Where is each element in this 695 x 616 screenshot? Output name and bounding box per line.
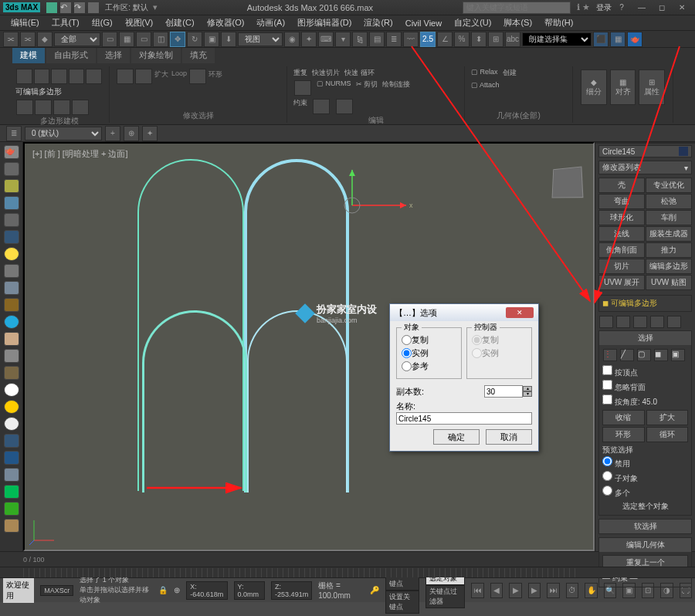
display-tab-icon[interactable] — [662, 142, 679, 144]
menu-customize[interactable]: 自定义(U) — [448, 17, 497, 29]
move-gizmo[interactable]: x — [321, 167, 414, 228]
named-selection-set[interactable]: 朗建选择集 — [522, 32, 592, 46]
track-bar[interactable] — [0, 567, 695, 577]
material-editor-button[interactable]: abc — [505, 32, 520, 47]
keyboard-button[interactable]: ⌨ — [318, 32, 334, 47]
modifier-list[interactable]: 修改器列表▾ — [598, 161, 692, 174]
create-button[interactable]: 创建 — [503, 68, 517, 78]
reference-radio[interactable]: 参考 — [402, 360, 456, 372]
border-mode-icon[interactable] — [51, 69, 67, 84]
mod-lathe[interactable]: 车削 — [646, 210, 692, 225]
ref-coord[interactable]: 视图 — [238, 32, 283, 46]
rollout-editgeo-header[interactable]: 编辑几何体 — [599, 538, 691, 552]
grass-icon[interactable] — [4, 502, 19, 516]
pan-icon[interactable]: ✋ — [585, 583, 597, 598]
mod2-icon[interactable] — [135, 69, 152, 84]
shape-arch-4[interactable] — [247, 310, 348, 492]
mod3-icon[interactable] — [189, 69, 206, 84]
setkey-button[interactable]: 设置关键点 — [385, 591, 419, 614]
stack-config-icon[interactable] — [667, 316, 681, 328]
paint-connect-button[interactable]: 绘制连接 — [382, 80, 410, 96]
edit1-icon[interactable] — [294, 80, 311, 96]
proj8-icon[interactable] — [4, 298, 19, 312]
menu-animation[interactable]: 动画(A) — [250, 17, 291, 29]
motion-tab-icon[interactable] — [646, 142, 663, 144]
preview-sub[interactable]: 子对象 — [602, 470, 688, 485]
mod-push[interactable]: 推力 — [646, 242, 692, 258]
help-icon[interactable]: ? — [612, 2, 632, 14]
menu-grapheditors[interactable]: 图形编辑器(D) — [291, 17, 358, 29]
sub1-icon[interactable] — [16, 100, 33, 115]
relax-button[interactable]: Relax — [480, 68, 498, 76]
time-slider[interactable]: 0 / 100 — [0, 551, 695, 567]
ctrl-copy-radio[interactable]: 复制 — [472, 334, 527, 346]
menu-tools[interactable]: 工具(T) — [46, 17, 86, 29]
tab-populate[interactable]: 填充 — [182, 48, 215, 63]
minimize-icon[interactable]: — — [632, 2, 652, 14]
tab-selection[interactable]: 选择 — [97, 48, 130, 63]
mod-uvwunwrap[interactable]: UVW 展开 — [598, 275, 645, 290]
move-button[interactable]: ✥ — [170, 32, 185, 47]
menu-help[interactable]: 帮助(H) — [538, 17, 579, 29]
select-region-button[interactable]: ▭ — [136, 32, 151, 47]
loop-label[interactable]: Loop — [171, 69, 187, 83]
maxscript-button[interactable]: MAXScr — [40, 585, 73, 596]
sel-element-icon[interactable]: ▣ — [671, 349, 685, 361]
layer-add-icon[interactable]: ⊕ — [124, 126, 139, 141]
proj11-icon[interactable] — [4, 349, 19, 363]
prev-frame-icon[interactable]: ◀ — [490, 583, 503, 598]
mod-prooptimize[interactable]: 专业优化 — [646, 178, 692, 193]
stack-item[interactable]: ◼ 可编辑多边形 — [601, 297, 690, 310]
edge-mode-icon[interactable] — [34, 69, 50, 84]
sub4-icon[interactable] — [72, 100, 89, 115]
rollout-selection-header[interactable]: 选择 — [599, 331, 691, 345]
window-crossing-button[interactable]: ◫ — [153, 32, 168, 47]
proj3-icon[interactable] — [4, 196, 19, 210]
mod-garment[interactable]: 服装生成器 — [646, 226, 692, 242]
nurms-check[interactable]: NURMS — [326, 80, 351, 87]
subdivide-button[interactable]: ◆细分 — [581, 69, 607, 105]
select-name-button[interactable]: ▦ — [119, 32, 134, 47]
copies-spinner[interactable]: ▴▾ — [523, 386, 532, 397]
proj16-icon[interactable] — [4, 468, 19, 482]
mod-normal[interactable]: 法线 — [598, 226, 645, 242]
dialog-title-bar[interactable]: 【…】选项 ✕ — [390, 304, 538, 321]
sel-border-icon[interactable]: ▢ — [637, 349, 651, 361]
tab-objectpaint[interactable]: 对象绘制 — [131, 48, 181, 63]
spinner-snap-button[interactable]: ⬍ — [471, 32, 486, 47]
preview-multi[interactable]: 多个 — [602, 485, 688, 499]
layer-new-icon[interactable]: + — [105, 126, 120, 141]
instance-radio[interactable]: 实例 — [402, 347, 456, 359]
grow-button[interactable]: 扩大 — [646, 410, 689, 425]
properties-button[interactable]: ⊞属性 — [639, 69, 665, 105]
goto-start-icon[interactable]: ⏮ — [471, 583, 483, 598]
sub2-icon[interactable] — [35, 100, 52, 115]
workspace-label[interactable]: 工作区: 默认 — [105, 2, 148, 13]
stack-unique-icon[interactable] — [633, 316, 647, 328]
by-angle-check[interactable]: 按角度: 45.0 — [602, 394, 688, 408]
mod-spherify[interactable]: 球形化 — [598, 210, 645, 225]
cut-button[interactable]: 剪切 — [364, 80, 378, 88]
schematic-button[interactable]: ⊞ — [488, 32, 503, 47]
stack-remove-icon[interactable] — [650, 316, 664, 328]
loop-button[interactable]: 循环 — [646, 427, 689, 442]
proj10-icon[interactable] — [4, 332, 19, 346]
link-button[interactable]: ⫘ — [3, 32, 19, 47]
mod1-icon[interactable] — [117, 69, 134, 84]
mod-shell[interactable]: 壳 — [598, 178, 645, 193]
goto-end-icon[interactable]: ⏭ — [547, 583, 559, 598]
render-frame-button[interactable]: ▦ — [610, 32, 626, 47]
align-button-rib[interactable]: ▦对齐 — [610, 69, 636, 105]
poly-mode-icon[interactable] — [69, 69, 85, 84]
ring-label[interactable]: 环形 — [208, 69, 222, 83]
shrink-button[interactable]: 收缩 — [602, 410, 645, 425]
mod-slice[interactable]: 切片 — [598, 259, 645, 274]
shape-arch-3[interactable] — [142, 310, 247, 492]
mod-editpoly[interactable]: 编辑多边形 — [646, 259, 692, 274]
proj2-icon[interactable] — [4, 179, 19, 193]
selection-filter[interactable]: 全部 — [54, 32, 100, 46]
snap-toggle-button[interactable]: 2.5 — [420, 32, 436, 47]
angle-snap-button[interactable]: ∠ — [437, 32, 453, 47]
vertex-mode-icon[interactable] — [16, 69, 32, 84]
menu-script[interactable]: 脚本(S) — [497, 17, 538, 29]
